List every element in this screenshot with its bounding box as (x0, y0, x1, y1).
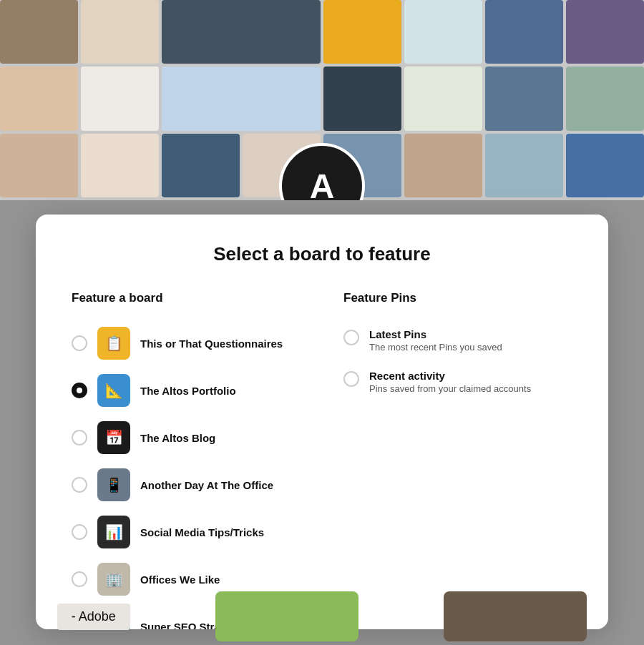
feature-pins-header: Feature Pins (343, 291, 572, 305)
bottom-photo-block (444, 591, 587, 641)
select-board-modal: Select a board to feature Feature a boar… (36, 215, 608, 629)
bottom-text: - Adobe (57, 604, 130, 630)
pin-option-title-recent-activity: Recent activity (369, 370, 531, 382)
feature-board-column: Feature a board 📋This or That Questionna… (72, 291, 301, 629)
board-item-altos-portfolio[interactable]: 📐The Altos Portfolio (72, 367, 301, 414)
board-name-social-media: Social Media Tips/Tricks (140, 526, 264, 538)
radio-altos-blog[interactable] (72, 430, 87, 445)
radio-this-or-that[interactable] (72, 335, 87, 351)
radio-altos-portfolio[interactable] (72, 383, 87, 398)
pin-option-recent-activity[interactable]: Recent activityPins saved from your clai… (343, 361, 572, 403)
pin-option-latest-pins[interactable]: Latest PinsThe most recent Pins you save… (343, 320, 572, 361)
board-thumb-another-day: 📱 (97, 468, 130, 501)
radio-another-day[interactable] (72, 477, 87, 493)
modal-overlay: Select a board to feature Feature a boar… (0, 200, 644, 645)
radio-recent-activity[interactable] (343, 371, 359, 387)
pin-option-desc-recent-activity: Pins saved from your claimed accounts (369, 383, 531, 394)
board-item-altos-blog[interactable]: 📅The Altos Blog (72, 414, 301, 461)
background-collage: A (0, 0, 644, 200)
feature-pins-column: Feature Pins Latest PinsThe most recent … (343, 291, 572, 629)
page-background: Select a board to feature Feature a boar… (0, 200, 644, 645)
radio-social-media[interactable] (72, 524, 87, 540)
pin-options-list: Latest PinsThe most recent Pins you save… (343, 320, 572, 403)
radio-inner-altos-portfolio (77, 388, 82, 393)
board-name-this-or-that: This or That Questionnaires (140, 338, 283, 350)
radio-offices-we-like[interactable] (72, 571, 87, 587)
feature-board-header: Feature a board (72, 291, 301, 305)
modal-columns: Feature a board 📋This or That Questionna… (72, 291, 572, 629)
avatar: A (279, 143, 365, 200)
bottom-content: - Adobe (0, 588, 644, 645)
board-list: 📋This or That Questionnaires📐The Altos P… (72, 320, 301, 629)
pin-option-title-latest-pins: Latest Pins (369, 328, 502, 340)
pin-option-desc-latest-pins: The most recent Pins you saved (369, 342, 502, 353)
radio-latest-pins[interactable] (343, 330, 359, 345)
bottom-green-block (215, 591, 358, 641)
board-thumb-altos-portfolio: 📐 (97, 374, 130, 407)
board-name-another-day: Another Day At The Office (140, 479, 273, 491)
board-item-this-or-that[interactable]: 📋This or That Questionnaires (72, 320, 301, 367)
board-item-another-day[interactable]: 📱Another Day At The Office (72, 461, 301, 508)
board-thumb-altos-blog: 📅 (97, 421, 130, 454)
board-thumb-this-or-that: 📋 (97, 327, 130, 360)
modal-title: Select a board to feature (72, 243, 572, 265)
board-name-altos-blog: The Altos Blog (140, 432, 215, 444)
board-thumb-social-media: 📊 (97, 516, 130, 548)
board-name-altos-portfolio: The Altos Portfolio (140, 385, 236, 397)
board-name-offices-we-like: Offices We Like (140, 573, 220, 586)
board-item-social-media[interactable]: 📊Social Media Tips/Tricks (72, 508, 301, 556)
